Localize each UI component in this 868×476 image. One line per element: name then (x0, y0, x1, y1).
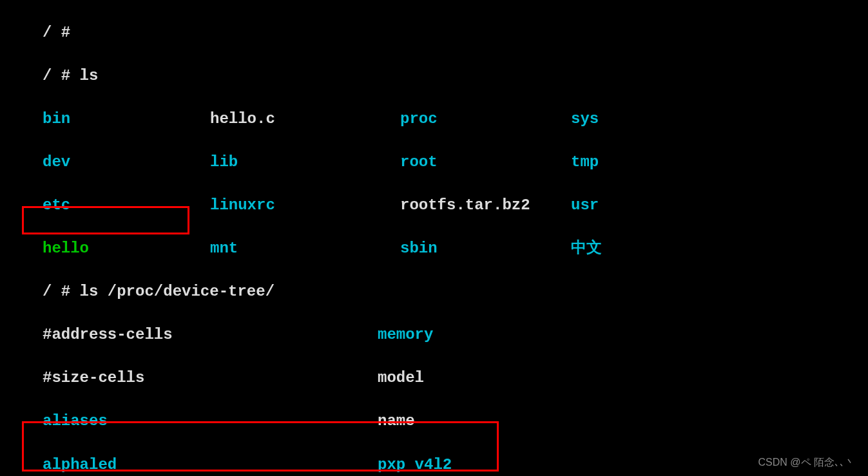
exec-entry: hello (43, 238, 210, 260)
ls-row: binhello.cprocsys (43, 108, 868, 130)
file-entry: rootfs.tar.bz2 (400, 195, 571, 216)
ls-row: #size-cellsmodel (43, 367, 868, 389)
dir-entry: sbin (400, 238, 571, 260)
dir-entry: lib (210, 151, 400, 173)
prompt-line: / # ls /proc/device-tree/ (43, 281, 868, 303)
dir-entry: memory (378, 324, 433, 346)
dir-entry: pxp_v4l2 (378, 454, 452, 476)
file-entry: name (378, 410, 415, 432)
ls-row: hellomntsbin中文 (43, 238, 868, 260)
dir-entry: 中文 (571, 238, 602, 260)
file-entry: model (378, 367, 424, 389)
prompt-line: / # (43, 22, 868, 44)
file-entry: #address-cells (43, 324, 378, 346)
dir-entry: bin (43, 108, 210, 130)
dir-entry: linuxrc (210, 195, 400, 216)
dir-entry: etc (43, 195, 210, 216)
dir-entry: proc (400, 108, 571, 130)
ls-row: devlibroottmp (43, 151, 868, 173)
file-entry: hello.c (210, 108, 400, 130)
dir-entry: mnt (210, 238, 400, 260)
ls-row: etclinuxrcrootfs.tar.bz2usr (43, 195, 868, 216)
dir-entry: aliases (43, 410, 378, 432)
terminal-output[interactable]: / # / # ls binhello.cprocsys devlibroott… (0, 0, 868, 476)
ls-row: #address-cellsmemory (43, 324, 868, 346)
file-entry: #size-cells (43, 367, 378, 389)
dir-entry: usr (571, 195, 599, 216)
dir-entry: sys (571, 108, 599, 130)
ls-row: aliasesname (43, 410, 868, 432)
dir-entry: root (400, 151, 571, 173)
prompt-line: / # ls (43, 65, 868, 87)
dir-entry: alphaled (43, 454, 378, 476)
dir-entry: tmp (571, 151, 599, 173)
watermark-text: CSDN @ペ 陌念､､丶 (758, 455, 855, 470)
ls-row: alphaledpxp_v4l2 (43, 454, 868, 476)
dir-entry: dev (43, 151, 210, 173)
